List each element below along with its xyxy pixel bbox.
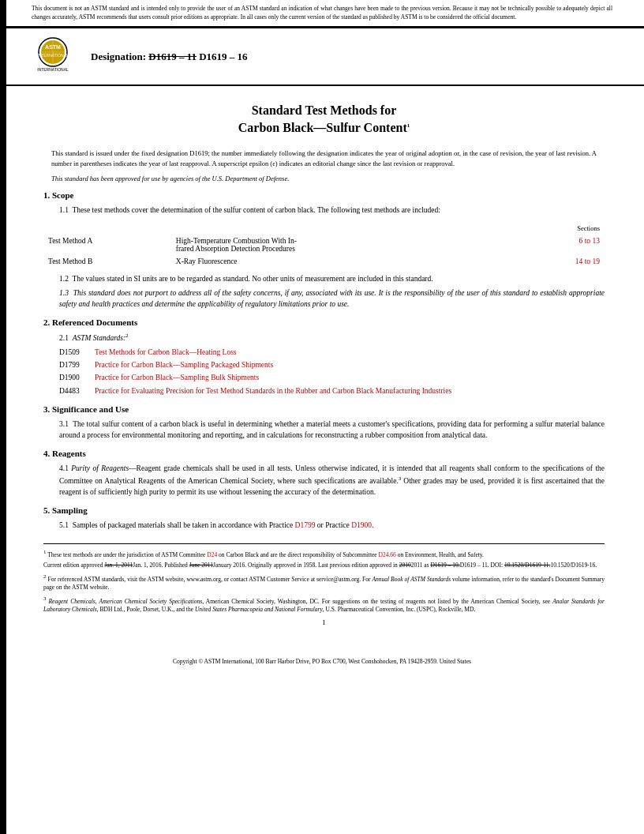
section-5-number: 5.	[43, 505, 50, 515]
test-method-b-desc: X-Ray Fluorescence	[173, 256, 500, 267]
sampling-para1-text: Samples of packaged materials shall be t…	[73, 521, 294, 529]
page: This document is not an ASTM standard an…	[0, 0, 644, 834]
ref-docs-para1: 2.1 ASTM Standards:2	[59, 332, 605, 344]
svg-text:INTERNATIONAL: INTERNATIONAL	[37, 67, 69, 72]
test-methods-table: Sections Test Method A High-Temperature …	[43, 221, 605, 269]
section-3-heading: 3. Significance and Use	[43, 404, 605, 414]
ref-d1509-num: D1509	[59, 348, 95, 358]
scope-para3-text: This standard does not purport to addres…	[59, 289, 605, 308]
footnote-1-current: Current edition approved Jan. 1, 2011Jan…	[43, 561, 605, 569]
ref-d1900-text[interactable]: Practice for Carbon Black—Sampling Bulk …	[95, 373, 605, 383]
designation-new: D1619 – 16	[199, 51, 247, 62]
page-number-text: 1	[322, 618, 326, 626]
sampling-para1-num: 5.1	[59, 521, 69, 529]
section-2-heading: 2. Referenced Documents	[43, 317, 605, 327]
reagents-para1-label: Purity of Reagents	[71, 464, 129, 472]
designation-area: Designation: D1619 – 11 D1619 – 16	[91, 51, 612, 63]
significance-para1-num: 3.1	[59, 420, 69, 428]
intro-italic: This standard has been approved for use …	[51, 175, 597, 182]
section-5-title: Sampling	[52, 505, 88, 515]
title-line1: Standard Test Methods for	[252, 103, 397, 117]
ref-item-d1799: D1799 Practice for Carbon Black—Sampling…	[59, 360, 605, 370]
reagents-para1-num: 4.1	[59, 464, 69, 472]
ref-d4483-text[interactable]: Practice for Evaluating Precision for Te…	[95, 386, 605, 396]
test-method-b-sections: 14 to 19	[502, 256, 603, 267]
scope-para1: 1.1 These test methods cover the determi…	[59, 205, 605, 216]
intro-italic-text: This standard has been approved for use …	[51, 175, 289, 182]
scope-para2-text: The values stated in SI units are to be …	[72, 275, 432, 283]
scope-para3: 1.3 This standard does not purport to ad…	[59, 287, 605, 310]
test-method-a-label: Test Method A	[45, 235, 171, 254]
scope-para3-num: 1.3	[59, 289, 69, 297]
footnote-1: 1 These test methods are under the juris…	[43, 548, 605, 559]
test-method-b-link[interactable]: 14 to 19	[575, 257, 600, 265]
test-method-b-row: Test Method B X-Ray Fluorescence 14 to 1…	[45, 256, 603, 267]
sections-header-row: Sections	[45, 223, 603, 234]
left-bar	[0, 0, 6, 834]
sections-col-header: Sections	[502, 223, 603, 234]
ref-item-d1900: D1900 Practice for Carbon Black—Sampling…	[59, 373, 605, 383]
ref-d1799-text[interactable]: Practice for Carbon Black—Sampling Packa…	[95, 360, 605, 370]
main-content: Standard Test Methods for Carbon Black—S…	[0, 86, 644, 642]
section-1-title: Scope	[52, 190, 74, 200]
logo-area: ASTM INTERNATIONAL INTERNATIONAL	[32, 35, 75, 78]
footnote-2: 2 For referenced ASTM standards, visit t…	[43, 573, 605, 592]
designation-label: Designation:	[91, 51, 146, 62]
page-number: 1	[43, 618, 605, 626]
sampling-end: .	[372, 521, 373, 529]
test-method-a-sections: 6 to 13	[502, 235, 603, 254]
section-3-title: Significance and Use	[52, 404, 129, 414]
reagents-para1: 4.1 Purity of Reagents—Reagent grade che…	[59, 463, 605, 498]
ref-d1900-num: D1900	[59, 373, 95, 383]
section-4-heading: 4. Reagents	[43, 449, 605, 458]
ref-docs-num: 2.1	[59, 334, 69, 342]
intro-box: This standard is issued under the fixed …	[51, 148, 597, 169]
intro-text: This standard is issued under the fixed …	[51, 149, 597, 167]
section-5-heading: 5. Sampling	[43, 505, 605, 515]
ref-d4483-num: D4483	[59, 386, 95, 396]
test-method-b-label: Test Method B	[45, 256, 171, 267]
fn1-link1[interactable]: D24	[207, 550, 217, 558]
section-4-title: Reagents	[52, 449, 86, 458]
scope-para1-text: These test methods cover the determinati…	[72, 206, 440, 214]
section-2-title: Referenced Documents	[52, 317, 137, 327]
copyright-line: Copyright © ASTM International, 100 Barr…	[0, 654, 644, 669]
section-3-number: 3.	[43, 404, 50, 414]
ref-item-d1509: D1509 Test Methods for Carbon Black—Heat…	[59, 348, 605, 358]
top-notice-text: This document is not an ASTM standard an…	[32, 5, 612, 21]
document-header: ASTM INTERNATIONAL INTERNATIONAL Designa…	[0, 26, 644, 86]
designation-old: D1619 – 11	[148, 51, 197, 62]
section-2-number: 2.	[43, 317, 50, 327]
sampling-para1: 5.1 Samples of packaged materials shall …	[59, 520, 605, 531]
section-1-number: 1.	[43, 190, 50, 200]
ref-d1509-text[interactable]: Test Methods for Carbon Black—Heating Lo…	[95, 348, 605, 358]
ref-list: D1509 Test Methods for Carbon Black—Heat…	[59, 348, 605, 396]
title-superscript: 1	[407, 122, 410, 129]
footnotes: 1 These test methods are under the juris…	[43, 543, 605, 614]
sampling-or: or Practice	[317, 521, 350, 529]
ref-item-d4483: D4483 Practice for Evaluating Precision …	[59, 386, 605, 396]
significance-para1: 3.1 The total sulfur content of a carbon…	[59, 419, 605, 441]
test-method-a-desc: High-Temperature Combustion With In-frar…	[173, 235, 500, 254]
copyright-text: Copyright © ASTM International, 100 Barr…	[173, 658, 471, 665]
sampling-link1[interactable]: D1799	[295, 521, 316, 529]
significance-para1-text: The total sulfur content of a carbon bla…	[59, 420, 605, 439]
sampling-link2[interactable]: D1900	[351, 521, 372, 529]
section-4-number: 4.	[43, 449, 50, 458]
footnote-3: 3 Reagent Chemicals, American Chemical S…	[43, 595, 605, 614]
test-method-a-row: Test Method A High-Temperature Combustio…	[45, 235, 603, 254]
ref-docs-label: ASTM Standards:	[73, 334, 125, 342]
ref-d1799-num: D1799	[59, 360, 95, 370]
test-method-a-link[interactable]: 6 to 13	[579, 237, 600, 245]
astm-logo: ASTM INTERNATIONAL INTERNATIONAL	[32, 35, 75, 78]
top-notice: This document is not an ASTM standard an…	[0, 0, 644, 26]
ref-docs-superscript: 2	[125, 332, 129, 339]
fn1-link2[interactable]: D24.66	[379, 550, 396, 558]
document-title: Standard Test Methods for Carbon Black—S…	[43, 102, 605, 137]
title-line2: Carbon Black—Sulfur Content	[238, 121, 407, 134]
scope-para2: 1.2 The values stated in SI units are to…	[59, 273, 605, 284]
scope-para1-num: 1.1	[59, 206, 69, 214]
scope-para2-num: 1.2	[59, 275, 69, 283]
section-1-heading: 1. Scope	[43, 190, 605, 200]
